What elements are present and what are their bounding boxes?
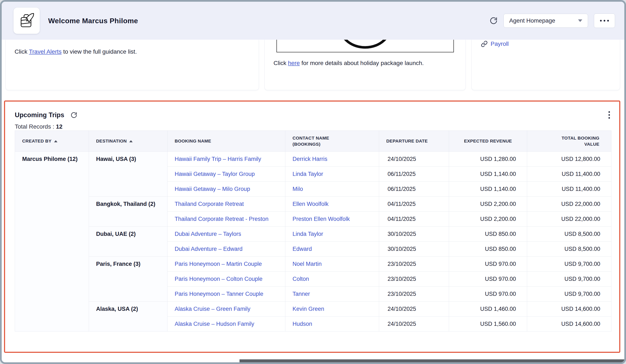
destination-group-cell: Bangkok, Thailand (2) [89,197,167,226]
expected-revenue-cell: USD 970.00 [449,256,527,272]
booking-name-link[interactable]: Dubai Adventure – Taylors [175,231,241,237]
payroll-link[interactable]: Payroll [491,40,509,47]
total-booking-value-cell: USD 8,500.00 [527,226,611,242]
contact-name-link[interactable]: Linda Taylor [293,231,323,237]
expected-revenue-cell: USD 2,200.00 [449,197,527,212]
departure-date-cell: 24/10/2025 [379,317,449,331]
app-logo [13,8,40,34]
chevron-down-icon [578,19,582,22]
widget-menu-icon[interactable] [607,109,612,120]
booking-name-link[interactable]: Dubai Adventure – Edward [175,246,242,252]
contact-name-link[interactable]: Linda Taylor [293,171,323,177]
booking-name-link[interactable]: Paris Honeymoon – Colton Couple [175,276,263,282]
quick-links-card: Payroll [471,40,620,90]
booking-name-cell: Hawaii Getaway – Taylor Group [167,167,285,182]
destination-group-cell: Dubai, UAE (2) [89,226,167,256]
ellipsis-icon [600,20,602,22]
expected-revenue-cell: USD 1,280.00 [449,152,527,167]
contact-name-link[interactable]: Tanner [293,291,310,297]
contact-name-cell: Hudson [285,317,379,331]
contact-name-link[interactable]: Preston Ellen Woolfolk [293,216,350,222]
header-refresh-icon[interactable] [490,17,498,25]
created-by-group-cell: Marcus Philome (12) [15,152,89,331]
contact-name-cell: Linda Taylor [285,167,379,182]
contact-name-link[interactable]: Noel Martin [293,261,322,267]
total-booking-value-cell: USD 9,700.00 [527,256,611,272]
welcome-title: Welcome Marcus Philome [48,17,138,25]
total-booking-value-cell: USD 14,600.00 [527,317,611,331]
contact-name-cell: Colton [285,272,379,287]
widget-header: Upcoming Trips [15,109,612,120]
taskbar-strip [239,359,624,362]
booking-name-cell: Thailand Corporate Retreat - Preston [167,212,285,226]
expected-revenue-cell: USD 850.00 [449,242,527,256]
booking-name-link[interactable]: Hawaii Getaway – Taylor Group [175,171,255,177]
booking-name-cell: Dubai Adventure – Edward [167,242,285,256]
departure-date-cell: 30/10/2025 [379,226,449,242]
more-options-button[interactable] [594,13,615,28]
travel-alerts-card: Click Travel Alerts to view the full gui… [5,40,259,90]
announcement-image [276,40,454,52]
contact-name-link[interactable]: Colton [293,276,309,282]
departure-date-cell: 04/11/2025 [379,212,449,226]
column-header-booking-name: BOOKING NAME [167,131,285,152]
booking-name-cell: Alaska Cruise – Green Family [167,301,285,317]
booking-name-link[interactable]: Alaska Cruise – Hudson Family [175,321,254,327]
sort-ascending-icon [54,140,57,142]
column-header-destination[interactable]: DESTINATION [89,131,167,152]
contact-name-cell: Preston Ellen Woolfolk [285,212,379,226]
total-booking-value-cell: USD 22,000.00 [527,212,611,226]
booking-name-link[interactable]: Paris Honeymoon – Tanner Couple [175,291,263,297]
contact-name-link[interactable]: Kevin Green [293,306,324,312]
booking-name-link[interactable]: Alaska Cruise – Green Family [175,306,250,312]
contact-name-link[interactable]: Milo [293,186,303,192]
expected-revenue-cell: USD 1,460.00 [449,301,527,317]
total-records-value: 12 [56,123,63,130]
expected-revenue-cell: USD 850.00 [449,226,527,242]
total-booking-value-cell: USD 11,400.00 [527,167,611,182]
departure-date-cell: 30/10/2025 [379,242,449,256]
contact-name-cell: Edward [285,242,379,256]
total-records: Total Records :12 [15,123,63,130]
column-header-departure-date: DEPARTURE DATE [379,131,449,152]
table-row: Marcus Philome (12) Hawai, USA (3) Hawai… [15,152,611,167]
booking-name-link[interactable]: Hawaii Family Trip – Harris Family [175,156,261,162]
travel-alerts-link[interactable]: Travel Alerts [29,48,62,55]
holiday-details-link[interactable]: here [288,60,300,66]
contact-name-link[interactable]: Ellen Woolfolk [293,201,329,207]
destination-group-cell: Alaska, USA (2) [89,301,167,331]
homepage-selector-value: Agent Homepage [509,17,555,24]
booking-name-link[interactable]: Paris Honeymoon – Martin Couple [175,261,262,267]
booking-name-link[interactable]: Thailand Corporate Retreat [175,201,244,207]
holiday-package-card: Click here for more details about holida… [264,40,466,90]
app-header: Welcome Marcus Philome Agent Homepage [2,2,624,40]
app-window: Welcome Marcus Philome Agent Homepage [0,0,626,364]
widget-title: Upcoming Trips [15,111,64,119]
destination-group-cell: Paris, France (3) [89,256,167,301]
booking-name-link[interactable]: Hawaii Getaway – Milo Group [175,186,250,192]
widget-refresh-icon[interactable] [71,112,77,118]
payroll-row: Payroll [481,40,509,47]
booking-name-link[interactable]: Thailand Corporate Retreat - Preston [175,216,269,222]
contact-name-cell: Kevin Green [285,301,379,317]
column-header-created-by[interactable]: CREATED BY [15,131,89,152]
table-row: Dubai, UAE (2) Dubai Adventure – Taylors… [15,226,611,242]
departure-date-cell: 23/10/2025 [379,287,449,301]
total-booking-value-cell: USD 11,400.00 [527,182,611,197]
departure-date-cell: 24/10/2025 [379,301,449,317]
expected-revenue-cell: USD 970.00 [449,287,527,301]
departure-date-cell: 23/10/2025 [379,272,449,287]
total-booking-value-cell: USD 9,700.00 [527,272,611,287]
upcoming-trips-widget: Upcoming Trips Total Records :12 [4,101,620,353]
expected-revenue-cell: USD 970.00 [449,272,527,287]
contact-name-link[interactable]: Edward [293,246,312,252]
contact-name-link[interactable]: Derrick Harris [293,156,327,162]
booking-name-cell: Paris Honeymoon – Martin Couple [167,256,285,272]
departure-date-cell: 06/11/2025 [379,182,449,197]
booking-name-cell: Paris Honeymoon – Colton Couple [167,272,285,287]
contact-name-link[interactable]: Hudson [293,321,312,327]
table-row: Alaska, USA (2) Alaska Cruise – Green Fa… [15,301,611,317]
homepage-selector[interactable]: Agent Homepage [504,14,588,28]
upcoming-trips-table: CREATED BY DESTINATION BOOKING NAME CONT… [15,131,611,331]
holiday-package-text: Click here for more details about holida… [274,59,459,67]
